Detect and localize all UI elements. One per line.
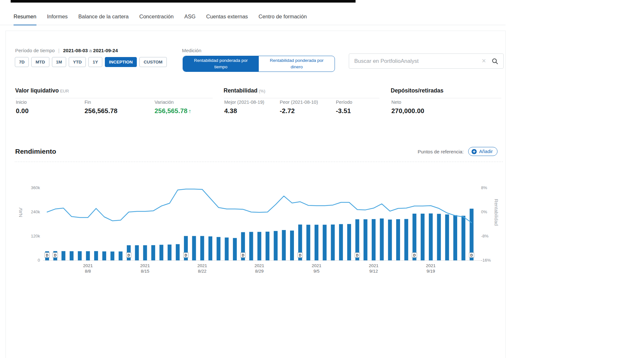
search-box: × [349,53,504,69]
period-button-group: 7D MTD 1M YTD 1Y INCEPTION CUSTOM [15,57,167,67]
svg-text:Rentabilidad: Rentabilidad [494,199,499,226]
tab-resumen[interactable]: Resumen [14,14,36,25]
add-benchmark-button[interactable]: Añadir [468,147,498,156]
measurement-option-time-weighted[interactable]: Rentabilidad ponderada por tiempo [183,56,259,72]
period-button-1y[interactable]: 1Y [88,57,102,67]
stat-periodo-label: Período [336,100,352,105]
stat-periodo-value: -3.51 [336,107,352,115]
nav-value-section: Valor liquidativoEUR Inicio 0.00 Fin 256… [15,87,213,98]
tab-cuentas-externas[interactable]: Cuentas externas [206,14,248,25]
up-arrow-icon: ↑ [188,108,191,114]
section-rule [391,98,501,98]
return-section: Rentabilidad(%) Mejor (2021-08-19) 4.38 … [224,87,379,98]
stat-variacion: Variación 256,565.78↑ [155,100,191,115]
top-black-bar [11,0,356,3]
add-benchmark-label: Añadir [479,149,493,154]
nav-value-title: Valor liquidativoEUR [15,87,213,94]
svg-text:2021: 2021 [255,263,264,268]
measurement-label: Medición [182,48,201,53]
svg-text:D: D [356,253,359,257]
main-nav-tabs: Resumen Informes Balance de la cartera C… [14,14,307,25]
stat-neto-value: 270,000.00 [391,107,424,115]
period-button-custom[interactable]: CUSTOM [139,57,166,67]
stat-peor-value: -2.72 [280,107,318,115]
svg-text:D: D [299,253,302,257]
svg-text:2021: 2021 [369,263,378,268]
svg-text:120k: 120k [31,234,40,238]
performance-chart-svg: DDDDDDDDD0120k240k360k-16%-8%0%8%20218/8… [7,161,504,283]
performance-title: Rendimiento [15,148,56,155]
period-button-mtd[interactable]: MTD [31,57,49,67]
stat-fin-value: 256,565.78 [85,107,117,115]
svg-text:8/15: 8/15 [141,269,149,274]
stat-peor: Peor (2021-08-10) -2.72 [280,100,318,115]
svg-text:360k: 360k [31,185,40,190]
benchmarks-label: Puntos de referencia: [418,149,464,154]
section-rule [224,98,379,98]
measurement-toggle: Rentabilidad ponderada por tiempo Rentab… [183,56,335,72]
performance-header: Rendimiento Puntos de referencia: Añadir [15,147,498,156]
tabs-divider [0,25,506,25]
section-rule [15,98,213,98]
stat-neto-label: Neto [391,100,424,105]
stat-mejor-value: 4.38 [224,107,264,115]
measurement-option-money-weighted[interactable]: Rentabilidad ponderada por dinero [259,56,335,72]
tab-centro-formacion[interactable]: Centro de formación [258,14,307,25]
return-title: Rentabilidad(%) [224,87,379,94]
stat-inicio: Inicio 0.00 [16,100,29,115]
svg-text:D: D [46,253,48,257]
svg-text:2021: 2021 [197,263,207,268]
deposits-section: Depósitos/retiradas Neto 270,000.00 [391,87,501,98]
tab-balance-cartera[interactable]: Balance de la cartera [78,14,129,25]
svg-text:D: D [127,253,130,257]
search-input[interactable] [349,54,480,68]
tab-informes[interactable]: Informes [47,14,68,25]
period-button-7d[interactable]: 7D [15,57,29,67]
svg-text:D: D [413,253,416,257]
svg-text:D: D [185,253,187,257]
period-range-separator: a [88,48,93,53]
main-panel: Período de tiempo|2021-08-03a2021-09-24 … [5,31,506,358]
svg-text:2021: 2021 [312,263,321,268]
svg-text:8/29: 8/29 [255,269,264,274]
benchmark-controls: Puntos de referencia: Añadir [418,147,498,156]
period-button-1m[interactable]: 1M [52,57,66,67]
svg-text:2021: 2021 [83,263,93,268]
plus-circle-icon [471,149,477,154]
stat-mejor-label: Mejor (2021-08-19) [224,100,264,105]
svg-text:8/8: 8/8 [85,269,91,274]
period-button-ytd[interactable]: YTD [69,57,86,67]
nav-value-title-text: Valor liquidativo [15,87,59,94]
stat-peor-label: Peor (2021-08-10) [280,100,318,105]
svg-text:NAV: NAV [18,208,23,217]
stat-periodo: Período -3.51 [336,100,352,115]
stat-neto: Neto 270,000.00 [391,100,424,115]
period-end-date: 2021-09-24 [93,48,118,53]
svg-text:2021: 2021 [426,263,436,268]
time-period-label-row: Período de tiempo|2021-08-03a2021-09-24 [15,48,118,53]
svg-text:240k: 240k [31,209,40,214]
stat-variacion-amount: 256,565.78 [155,107,187,114]
svg-text:D: D [54,253,57,257]
stat-inicio-label: Inicio [16,100,29,105]
clear-search-icon[interactable]: × [480,57,490,65]
period-button-inception[interactable]: INCEPTION [105,57,137,67]
performance-chart: DDDDDDDDD0120k240k360k-16%-8%0%8%20218/8… [7,161,504,283]
svg-text:2021: 2021 [140,263,150,268]
stat-variacion-value: 256,565.78↑ [155,107,191,115]
nav-value-unit: EUR [60,89,69,93]
svg-text:9/5: 9/5 [314,269,320,274]
stat-variacion-label: Variación [155,100,191,105]
stat-fin-label: Fin [85,100,117,105]
svg-text:8/22: 8/22 [198,269,206,274]
search-icon[interactable] [490,58,503,64]
tab-asg[interactable]: ASG [184,14,196,25]
tab-concentracion[interactable]: Concentración [139,14,174,25]
deposits-title: Depósitos/retiradas [391,87,501,94]
return-unit: (%) [259,89,265,93]
label-divider: | [55,48,63,53]
svg-text:D: D [470,253,473,257]
period-start-date: 2021-08-03 [63,48,88,53]
svg-text:9/19: 9/19 [427,269,435,274]
stat-inicio-value: 0.00 [16,107,29,115]
